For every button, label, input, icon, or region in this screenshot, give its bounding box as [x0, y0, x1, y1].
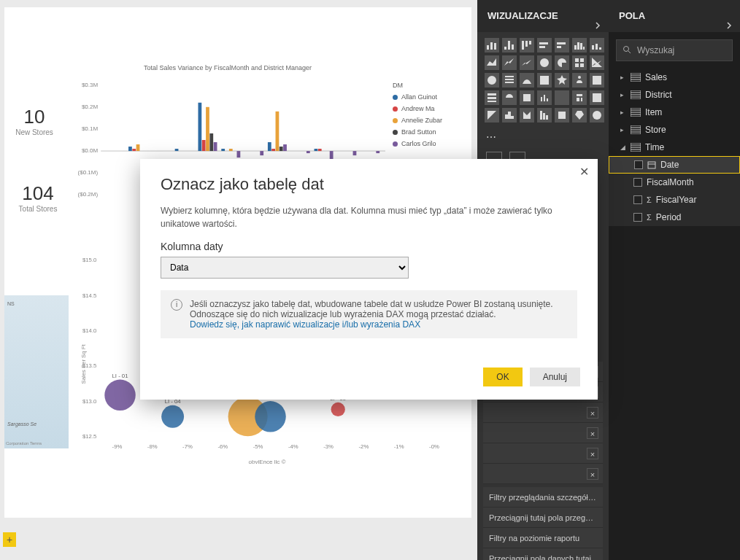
table-item-item[interactable]: ▸Item — [609, 104, 740, 121]
viz-type-icon[interactable] — [520, 38, 534, 52]
field-item-fiscalyear[interactable]: ΣFiscalYear — [609, 191, 740, 209]
visualizations-header[interactable]: WIZUALIZACJE — [477, 0, 609, 32]
fields-panel: POLA Wyszukaj ▸Sales▸District▸Item▸Store… — [609, 0, 740, 560]
svg-rect-66 — [376, 151, 379, 153]
chart-legend: DM Allan GuinotAndrew MaAnnelie ZubarBra… — [393, 82, 442, 152]
svg-text:$0.1M: $0.1M — [82, 125, 99, 132]
fields-header[interactable]: POLA — [609, 0, 740, 32]
svg-rect-38 — [276, 112, 280, 151]
viz-type-icon[interactable] — [537, 38, 552, 52]
kpi-total-stores[interactable]: 104 Total Stores — [9, 182, 67, 213]
checkbox[interactable] — [633, 213, 642, 222]
viz-type-icon[interactable] — [572, 73, 587, 88]
viz-type-icon[interactable] — [520, 55, 534, 70]
viz-type-icon[interactable] — [590, 73, 604, 88]
viz-more-icon[interactable]: ⋯ — [477, 128, 609, 146]
legend-item[interactable]: Brad Sutton — [393, 128, 442, 136]
viz-type-icon[interactable] — [502, 90, 517, 105]
viz-type-icon[interactable] — [555, 73, 569, 88]
viz-type-icon[interactable] — [555, 38, 569, 52]
legend-item[interactable]: Annelie Zubar — [393, 117, 442, 124]
drag-wells: Filtry przeglądania szczegół…Przeciągnij… — [483, 487, 603, 560]
viz-type-icon[interactable] — [485, 108, 499, 122]
kpi-new-stores[interactable]: 10 New Stores — [9, 106, 60, 136]
table-item-store[interactable]: ▸Store — [609, 121, 740, 139]
viz-type-icon[interactable] — [485, 55, 499, 70]
close-icon[interactable]: × — [587, 407, 598, 419]
checkbox[interactable] — [633, 195, 642, 204]
close-icon[interactable]: × — [587, 427, 598, 439]
viz-type-icon[interactable] — [537, 108, 552, 122]
map-label: Sargasso Se — [7, 421, 36, 427]
close-icon[interactable]: × — [587, 468, 598, 480]
checkbox[interactable] — [634, 160, 643, 169]
field-item-fiscalmonth[interactable]: FiscalMonth — [609, 174, 740, 191]
svg-text:-4%: -4% — [288, 443, 298, 450]
viz-type-icon[interactable] — [520, 90, 534, 105]
viz-type-icon[interactable] — [555, 55, 569, 70]
svg-text:$13.0: $13.0 — [82, 398, 96, 405]
date-column-select[interactable]: Data — [161, 257, 409, 279]
cancel-button[interactable]: Anuluj — [530, 368, 580, 386]
legend-color-icon — [393, 95, 398, 100]
drag-well[interactable]: Przeciągnij pola danych tutaj — [483, 548, 603, 560]
viz-type-icon[interactable] — [502, 73, 517, 88]
viz-type-icon[interactable] — [572, 108, 587, 122]
viz-type-icon[interactable] — [537, 90, 552, 105]
viz-type-icon[interactable] — [485, 38, 499, 52]
add-page-tab[interactable]: + — [3, 532, 16, 547]
viz-type-icon[interactable] — [485, 90, 499, 105]
search-input[interactable]: Wyszukaj — [616, 39, 733, 61]
drag-well[interactable]: Filtry na poziomie raportu — [483, 528, 603, 548]
map-visual[interactable]: NS Sargasso Se Corporation Terms — [4, 295, 69, 448]
svg-rect-26 — [271, 149, 275, 151]
viz-type-icon[interactable] — [502, 38, 517, 52]
drag-well[interactable]: Przeciągnij tutaj pola przeg… — [483, 508, 603, 528]
ok-button[interactable]: OK — [483, 368, 522, 386]
viz-type-icon[interactable] — [502, 55, 517, 70]
mark-as-date-table-dialog: ✕ Oznacz jako tabelę dat Wybierz kolumnę… — [140, 159, 598, 400]
viz-type-icon[interactable] — [520, 73, 534, 88]
viz-type-icon[interactable] — [572, 38, 587, 52]
svg-text:$0.0M: $0.0M — [82, 147, 99, 154]
svg-text:-8%: -8% — [147, 443, 158, 450]
field-label: Kolumna daty — [161, 241, 577, 252]
table-item-sales[interactable]: ▸Sales — [609, 69, 740, 86]
kpi-label: New Stores — [9, 128, 60, 136]
field-item-period[interactable]: ΣPeriod — [609, 209, 740, 226]
kpi-value: 104 — [9, 182, 67, 205]
viz-type-icon[interactable] — [537, 73, 552, 88]
viz-type-icon[interactable] — [572, 90, 587, 105]
viz-type-icon[interactable] — [555, 90, 569, 105]
viz-type-icon[interactable] — [572, 55, 587, 70]
legend-item[interactable]: Allan Guinot — [393, 93, 442, 101]
viz-type-icon[interactable] — [590, 90, 604, 105]
field-item-date[interactable]: Date — [609, 156, 740, 174]
well-row[interactable]: × — [483, 402, 603, 423]
viz-type-icon[interactable] — [590, 55, 604, 70]
svg-rect-65 — [353, 151, 357, 155]
drag-well[interactable]: Filtry przeglądania szczegół… — [483, 487, 603, 508]
well-row[interactable]: × — [483, 423, 603, 443]
well-row[interactable]: × — [483, 443, 603, 464]
learn-more-link[interactable]: Dowiedz się, jak naprawić wizualizacje i… — [190, 319, 420, 330]
checkbox[interactable] — [633, 178, 642, 187]
viz-type-icon[interactable] — [520, 108, 534, 122]
viz-type-icon[interactable] — [502, 108, 517, 122]
sigma-icon: Σ — [647, 195, 652, 204]
legend-item[interactable]: Carlos Grilo — [393, 140, 442, 147]
viz-type-icon[interactable] — [537, 55, 552, 70]
legend-label: Brad Sutton — [401, 128, 436, 136]
table-name: Time — [645, 142, 664, 152]
legend-item[interactable]: Andrew Ma — [393, 105, 442, 112]
table-item-district[interactable]: ▸District — [609, 86, 740, 104]
viz-type-icon[interactable] — [590, 108, 604, 122]
viz-type-icon[interactable] — [555, 108, 569, 122]
well-row[interactable]: × — [483, 464, 603, 484]
viz-type-icon[interactable] — [485, 73, 499, 88]
close-icon[interactable]: ✕ — [579, 165, 589, 179]
svg-text:$15.0: $15.0 — [82, 257, 96, 263]
svg-point-74 — [104, 380, 135, 411]
close-icon[interactable]: × — [587, 448, 598, 459]
table-item-time[interactable]: ◢Time — [609, 139, 740, 156]
